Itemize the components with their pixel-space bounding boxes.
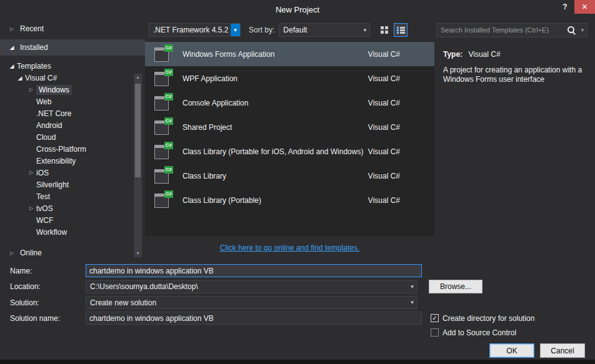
chevron-right-icon: ▷ [28,170,34,175]
template-language: Visual C# [368,50,400,59]
tree-node-wcf[interactable]: WCF [0,214,145,226]
template-name: Class Library [182,172,226,180]
list-view-button[interactable] [394,23,408,37]
chevron-down-icon: ▼ [231,24,240,36]
search-input[interactable] [437,26,567,34]
create-directory-checkbox[interactable]: ✓ Create directory for solution [431,314,534,323]
tree-node-android[interactable]: Android [0,119,145,131]
search-box[interactable]: ▼ [436,23,588,37]
template-content-row: C# Windows Forms Application Visual C# C… [145,41,595,260]
tree-node-tvos[interactable]: ▷ tvOS [0,202,145,214]
template-row-class-library[interactable]: C# Class Library Visual C# [145,164,434,188]
help-button[interactable]: ? [556,0,574,14]
sidebar-item-online[interactable]: ▷ Online [0,245,145,260]
tree-label: Test [36,192,50,201]
csharp-badge: C# [164,166,173,174]
source-control-checkbox[interactable]: Add to Source Control [431,328,516,337]
tree-label-selected: Windows [36,85,72,95]
tree-node-visual-csharp[interactable]: ◢ Visual C# [0,72,145,84]
scroll-up-icon[interactable]: ▲ [134,74,142,81]
go-online-link[interactable]: Click here to go online and find templat… [220,243,359,252]
csharp-badge: C# [164,44,173,52]
winforms-project-icon: C# [152,45,174,64]
location-row: Location: C:\Users\soumya.dutta\Desktop\… [10,280,585,293]
location-dropdown[interactable]: C:\Users\soumya.dutta\Desktop\ ▼ [86,280,418,293]
tree-label: WCF [36,216,53,225]
template-row-console[interactable]: C# Console Application Visual C# [145,91,434,115]
scrollbar-thumb[interactable] [135,84,141,177]
tree-node-cross-platform[interactable]: Cross-Platform [0,143,145,155]
tree-node-web[interactable]: Web [0,96,145,107]
template-row-windows-forms[interactable]: C# Windows Forms Application Visual C# [145,42,434,66]
chevron-down-icon[interactable]: ▼ [578,27,587,33]
template-type-line: Type: Visual C# [443,50,589,59]
template-info-panel: Type: Visual C# A project for creating a… [434,41,595,260]
online-link-row: Click here to go online and find templat… [145,236,434,260]
online-label: Online [20,248,42,257]
ok-button[interactable]: OK [489,343,534,358]
project-form: Name: Location: C:\Users\soumya.dutta\De… [0,260,595,358]
source-control-row: Add to Source Control [431,327,585,338]
template-name: Class Library (Portable) [182,196,261,205]
chevron-down-icon: ▼ [408,297,417,308]
template-row-class-library-portable-ios[interactable]: C# Class Library (Portable for iOS, Andr… [145,139,434,164]
solution-name-label: Solution name: [10,314,86,323]
sort-by-label: Sort by: [249,26,274,34]
sort-value: Default [279,26,360,34]
chevron-right-icon: ▷ [9,250,15,256]
titlebar-controls: ? ✕ [556,0,595,14]
browse-button[interactable]: Browse... [429,280,482,293]
class-library-icon: C# [152,167,174,185]
shared-project-icon: C# [152,118,174,137]
chevron-down-icon: ▼ [408,281,417,293]
template-row-shared-project[interactable]: C# Shared Project Visual C# [145,115,434,139]
solution-name-input[interactable] [86,312,422,325]
framework-dropdown[interactable]: .NET Framework 4.5.2 ▼ [149,23,241,37]
chevron-down-icon: ▼ [360,24,369,36]
sort-dropdown[interactable]: Default ▼ [279,23,370,37]
tree-label: tvOS [36,204,53,213]
view-toggle-group [378,23,408,37]
tree-node-windows[interactable]: ▷ Windows [0,84,145,96]
tree-node-ios[interactable]: ▷ iOS [0,167,145,179]
csharp-badge: C# [164,117,173,125]
chevron-right-icon: ▷ [28,205,34,211]
template-row-class-library-portable[interactable]: C# Class Library (Portable) Visual C# [145,188,434,212]
template-language: Visual C# [368,147,400,156]
tree-label: iOS [36,169,49,177]
template-row-wpf[interactable]: C# WPF Application Visual C# [145,66,434,91]
template-list: C# Windows Forms Application Visual C# C… [145,41,434,236]
search-icon[interactable] [567,26,576,35]
tree-node-silverlight[interactable]: Silverlight [0,179,145,190]
recent-label: Recent [20,24,44,33]
sidebar-item-recent[interactable]: ▷ Recent [0,21,145,36]
template-language: Visual C# [368,196,400,205]
source-control-label: Add to Source Control [442,328,516,337]
tree-label: Android [36,121,62,130]
scroll-down-icon[interactable]: ▼ [134,250,142,257]
solution-dropdown[interactable]: Create new solution ▼ [86,296,418,309]
sidebar-item-installed[interactable]: ◢ Installed [0,39,145,56]
tree-node-templates[interactable]: ◢ Templates [0,60,145,72]
tree-node-extensibility[interactable]: Extensibility [0,155,145,167]
project-name-input[interactable] [86,264,422,277]
new-project-dialog: New Project ? ✕ ▷ Recent ◢ Installed ◢ T… [0,0,595,360]
titlebar: New Project ? ✕ [0,0,595,19]
dialog-title: New Project [276,5,319,14]
cancel-button[interactable]: Cancel [540,343,585,358]
tree-node-cloud[interactable]: Cloud [0,131,145,143]
tree-label: Cloud [36,133,56,142]
close-button[interactable]: ✕ [574,0,595,14]
sidebar-scrollbar[interactable]: ▲ ▼ [134,74,142,257]
name-label: Name: [10,267,86,275]
class-library-icon: C# [152,191,174,210]
tree-node-workflow[interactable]: Workflow [0,226,145,238]
tree-label: Templates [17,62,51,71]
template-language: Visual C# [368,123,400,132]
location-label: Location: [10,282,86,291]
small-icons-view-button[interactable] [378,23,391,37]
tree-node-test[interactable]: Test [0,190,145,202]
tree-node-netcore[interactable]: .NET Core [0,107,145,119]
type-value: Visual C# [468,50,500,59]
solution-name-row: Solution name: ✓ Create directory for so… [10,312,585,325]
